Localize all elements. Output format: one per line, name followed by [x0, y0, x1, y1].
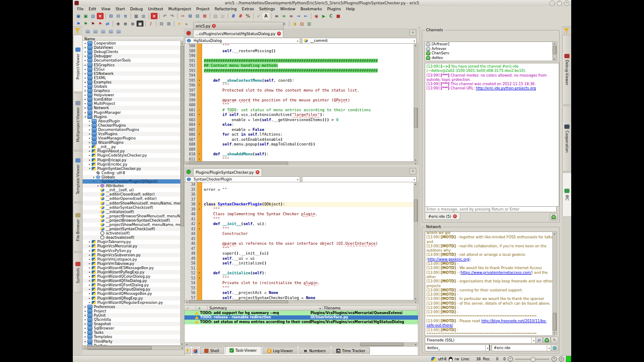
fold-marker[interactable]: ▾ [197, 113, 202, 118]
expander-closed-icon[interactable]: ▸ [88, 249, 92, 252]
code-line[interactable]: 592## Context menu handling methods [185, 63, 414, 68]
redo-icon[interactable]: ↷ [169, 13, 176, 19]
tree-item[interactable]: ▸E5Gui [83, 67, 181, 71]
fold-marker[interactable]: ▾ [197, 78, 202, 83]
fold-marker[interactable]: ▾ [197, 152, 202, 157]
expander-closed-icon[interactable]: ▸ [88, 128, 92, 131]
editor1-method-combo[interactable]: __commit▾ [302, 38, 417, 44]
project-translations-icon[interactable] [108, 29, 114, 34]
tree-item[interactable]: ▸SqlBrowser [83, 326, 181, 330]
stop-icon[interactable]: ■ [335, 13, 342, 19]
network-messages-scrollbar[interactable]: ▴ ▾ [552, 231, 557, 335]
tree-item[interactable]: ▸Examples [83, 80, 181, 84]
tree-item[interactable]: __projectSyntaxCheck(self) [83, 227, 181, 231]
filter-icon[interactable] [75, 28, 80, 33]
menu-window[interactable]: Window [277, 6, 298, 12]
code-line[interactable]: 47 """ [185, 246, 414, 252]
menu-file[interactable]: File [75, 6, 86, 12]
task-column-summary[interactable]: Summary▾ [208, 306, 322, 311]
tree-item[interactable]: ▸DataViews [83, 45, 181, 50]
expander-closed-icon[interactable]: ▸ [88, 132, 92, 136]
task-row[interactable]: TODO: release - reenable redirectionUI/U… [185, 315, 418, 320]
undo-icon[interactable]: ↶ [161, 13, 168, 19]
tree-item[interactable]: __projectBrowserShowMenu(self, menuName,… [83, 214, 181, 218]
tree-item[interactable]: ▸__init__.py [83, 145, 181, 149]
sidebar-tab-template-viewer[interactable]: Template-Viewer [73, 151, 83, 202]
expander-closed-icon[interactable]: ▸ [83, 93, 87, 97]
code-line[interactable]: 593#####################################… [185, 68, 414, 74]
project-interfaces-icon[interactable] [116, 29, 122, 34]
tree-item[interactable]: ▸VcsPlugins [83, 132, 181, 136]
user-row[interactable]: detlev [425, 56, 553, 60]
editor1-tab-list-button[interactable]: ▾ [409, 30, 416, 36]
tree-item[interactable]: ▾SyntaxCheckerPlugin(QObject) [83, 179, 181, 184]
zoom-reset-icon[interactable]: ◎ [559, 356, 564, 362]
tree-item[interactable]: __editorClosed(self, editor) [83, 192, 181, 196]
close-all-icon[interactable]: × [151, 13, 158, 19]
tree-item[interactable]: activate(self) [83, 231, 181, 235]
zoom-slider[interactable] [515, 359, 549, 360]
save-as-icon[interactable]: ⊟ [115, 13, 122, 19]
expander-closed-icon[interactable]: ▸ [83, 309, 87, 313]
code-line[interactable]: 49 self.__ui = ui [185, 256, 414, 261]
menu-help[interactable]: Help [343, 6, 358, 12]
tree-item[interactable]: ▸IconEditor [83, 97, 181, 101]
expander-closed-icon[interactable]: ▸ [83, 111, 87, 114]
window-new-icon[interactable]: ▣ [75, 13, 82, 19]
user-list-scrollbar[interactable]: ▴ ▾ [552, 42, 557, 61]
profile-icon[interactable]: ▤ [298, 21, 305, 27]
editor-tab[interactable]: ...csPlugins/vcsMercurial/HgStatusDialog… [193, 30, 283, 37]
editor2-method-combo[interactable]: ▾ [302, 176, 417, 182]
menu-debug[interactable]: Debug [128, 6, 146, 12]
editor2-class-combo[interactable]: SyntaxCheckerPlugin▾ [185, 176, 300, 182]
expander-open-icon[interactable]: ▾ [92, 180, 96, 183]
code-line[interactable]: 609 [185, 147, 414, 152]
fold-marker[interactable]: ▾ [197, 202, 202, 207]
task-column-filename[interactable]: Filename [322, 306, 417, 311]
code-line[interactable]: 601✓ # TODO: set status of menu entries … [185, 108, 414, 113]
bookmark-toggle-icon[interactable]: ⚑ [75, 21, 82, 27]
expander-closed-icon[interactable]: ▸ [96, 184, 100, 187]
doc-select-all-icon[interactable]: ▤ [219, 13, 226, 19]
expander-closed-icon[interactable]: ▸ [83, 85, 87, 88]
expander-open-icon[interactable]: ▾ [88, 167, 92, 170]
edit-network-icon[interactable]: ✎ [551, 337, 558, 344]
doc-select-icon[interactable]: ▤ [212, 13, 219, 19]
menu-unittest[interactable]: Unittest [145, 6, 166, 12]
fold-marker[interactable]: ▾ [197, 83, 202, 88]
code-line[interactable]: 591#####################################… [185, 59, 414, 64]
expander-closed-icon[interactable]: ▸ [83, 59, 87, 62]
tree-item[interactable]: ▸PluginTabnanny.py [83, 240, 181, 244]
expander-closed-icon[interactable]: ▸ [83, 98, 87, 101]
expander-closed-icon[interactable]: ▸ [83, 335, 87, 338]
sidebar-tab-cooperation[interactable]: Cooperation [562, 106, 571, 172]
tree-item[interactable]: ▾PluginSyntaxChecker.py [83, 166, 181, 171]
expander-closed-icon[interactable]: ▸ [83, 72, 87, 75]
network-select-combo[interactable]: Freenode (SSL)▾ [425, 337, 536, 344]
close-tab-icon[interactable]: × [277, 32, 281, 36]
fold-marker[interactable]: ▾ [197, 132, 202, 137]
tree-item[interactable]: ▸Graphics [83, 89, 181, 93]
expander-closed-icon[interactable]: ▸ [88, 253, 92, 257]
tree-item[interactable]: ▸Globals [83, 84, 181, 89]
tree-item[interactable]: ▸DocumentationTools [83, 58, 181, 62]
expander-closed-icon[interactable]: ▸ [83, 50, 87, 53]
close-icon[interactable]: × [97, 13, 104, 19]
tree-item[interactable]: ▸E5Graphics [83, 62, 181, 67]
tree-item[interactable]: ▸CheckerPlugins [83, 123, 181, 128]
code-line[interactable]: 55 """ [185, 286, 414, 291]
tree-item[interactable]: ▸PluginEricapi.py [83, 158, 181, 162]
tasks-icon[interactable]: ★ [176, 21, 183, 27]
expander-closed-icon[interactable]: ▸ [88, 279, 92, 282]
menu-project[interactable]: Project [194, 6, 212, 12]
expander-closed-icon[interactable]: ▸ [83, 46, 87, 49]
code-line[interactable]: 607 act.setEnabled(enable) [185, 137, 414, 142]
expander-closed-icon[interactable]: ▸ [88, 244, 92, 248]
minimize-button[interactable]: ⌄ [549, 0, 555, 6]
expander-closed-icon[interactable]: ▸ [88, 158, 92, 162]
filter-icon[interactable] [184, 347, 191, 354]
expander-closed-icon[interactable]: ▸ [88, 283, 92, 287]
expander-closed-icon[interactable]: ▸ [88, 270, 92, 274]
sidebar-tab-irc[interactable]: IRC [562, 172, 571, 217]
code-line[interactable]: 595▾ def __showContextMenu(self, coord): [185, 78, 414, 83]
